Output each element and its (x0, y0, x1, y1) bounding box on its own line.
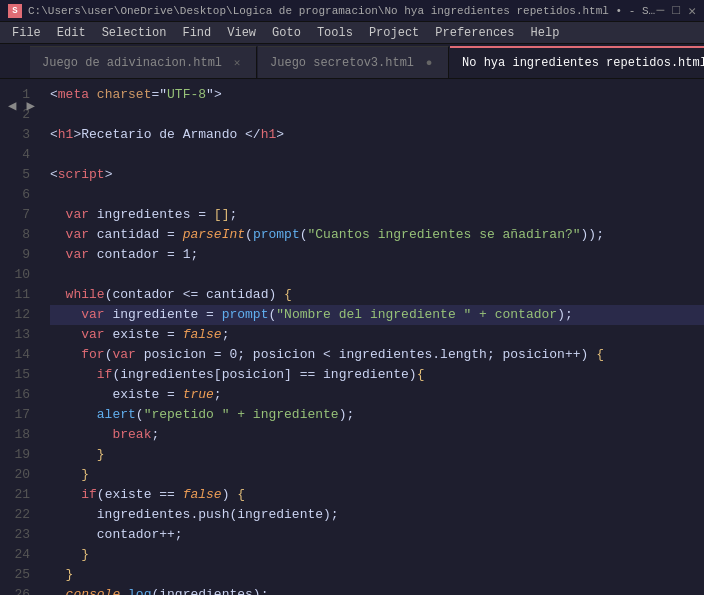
code-line-4 (50, 145, 704, 165)
code-line-3: <h1>Recetario de Armando </h1> (50, 125, 704, 145)
menu-project[interactable]: Project (361, 22, 427, 44)
code-area[interactable]: <meta charset="UTF-8"> <h1>Recetario de … (40, 79, 704, 595)
menu-help[interactable]: Help (523, 22, 568, 44)
menu-selection[interactable]: Selection (94, 22, 175, 44)
code-line-26: console.log(ingredientes); (50, 585, 704, 595)
code-line-17: alert("repetido " + ingrediente); (50, 405, 704, 425)
code-line-23: contador++; (50, 525, 704, 545)
minimize-button[interactable]: ─ (657, 3, 665, 19)
code-line-6 (50, 185, 704, 205)
tab-juego-adivinacion[interactable]: Juego de adivinacion.html ✕ (30, 46, 257, 78)
code-line-22: ingredientes.push(ingrediente); (50, 505, 704, 525)
code-line-5: <script> (50, 165, 704, 185)
line-numbers: 1 2 3 4 5 6 7 8 9 10 11 12 13 14 15 16 1… (0, 79, 40, 595)
code-line-10 (50, 265, 704, 285)
code-line-19: } (50, 445, 704, 465)
prev-tab-arrow[interactable]: ◀ (4, 95, 20, 116)
tab-label: Juego de adivinacion.html (42, 56, 222, 70)
menu-tools[interactable]: Tools (309, 22, 361, 44)
menu-preferences[interactable]: Preferences (427, 22, 522, 44)
tab-bar: Juego de adivinacion.html ✕ Juego secret… (0, 44, 704, 79)
tab-juego-secreto[interactable]: Juego secretov3.html ● (258, 46, 449, 78)
code-line-18: break; (50, 425, 704, 445)
tab-bar-container: ◀ ▶ Juego de adivinacion.html ✕ Juego se… (0, 44, 704, 79)
window-controls[interactable]: ─ □ ✕ (657, 3, 696, 19)
code-line-13: var existe = false; (50, 325, 704, 345)
title-text: C:\Users\user\OneDrive\Desktop\Logica de… (28, 5, 657, 17)
menu-goto[interactable]: Goto (264, 22, 309, 44)
code-line-11: while(contador <= cantidad) { (50, 285, 704, 305)
code-line-1: <meta charset="UTF-8"> (50, 85, 704, 105)
menu-edit[interactable]: Edit (49, 22, 94, 44)
menu-view[interactable]: View (219, 22, 264, 44)
code-line-15: if(ingredientes[posicion] == ingrediente… (50, 365, 704, 385)
code-line-14: for(var posicion = 0; posicion < ingredi… (50, 345, 704, 365)
code-line-12: var ingrediente = prompt("Nombre del ing… (50, 305, 704, 325)
title-bar: S C:\Users\user\OneDrive\Desktop\Logica … (0, 0, 704, 22)
close-tab-icon[interactable]: ● (422, 56, 436, 70)
code-line-20: } (50, 465, 704, 485)
close-tab-icon[interactable]: ✕ (230, 56, 244, 70)
editor: 1 2 3 4 5 6 7 8 9 10 11 12 13 14 15 16 1… (0, 79, 704, 595)
code-line-24: } (50, 545, 704, 565)
code-line-8: var cantidad = parseInt(prompt("Cuantos … (50, 225, 704, 245)
tab-label: No hya ingredientes repetidos.html (462, 56, 704, 70)
code-line-25: } (50, 565, 704, 585)
code-line-16: existe = true; (50, 385, 704, 405)
menu-bar: File Edit Selection Find View Goto Tools… (0, 22, 704, 44)
close-button[interactable]: ✕ (688, 3, 696, 19)
maximize-button[interactable]: □ (672, 3, 680, 19)
code-line-9: var contador = 1; (50, 245, 704, 265)
tab-no-hya[interactable]: No hya ingredientes repetidos.html ● (450, 46, 704, 78)
app-icon: S (8, 4, 22, 18)
code-line-21: if(existe == false) { (50, 485, 704, 505)
tab-label: Juego secretov3.html (270, 56, 414, 70)
code-line-2 (50, 105, 704, 125)
nav-arrows: ◀ ▶ (4, 88, 39, 123)
code-line-7: var ingredientes = []; (50, 205, 704, 225)
next-tab-arrow[interactable]: ▶ (22, 95, 38, 116)
menu-find[interactable]: Find (174, 22, 219, 44)
menu-file[interactable]: File (4, 22, 49, 44)
